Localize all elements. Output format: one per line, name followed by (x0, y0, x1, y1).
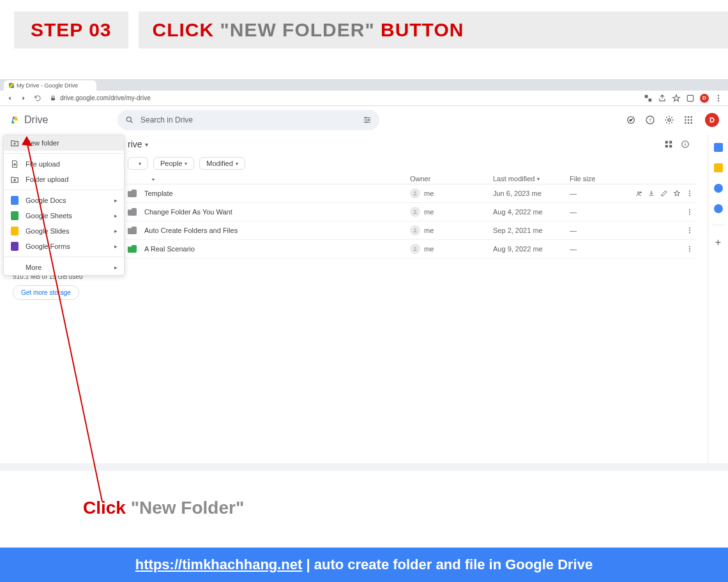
svg-rect-21 (665, 141, 668, 144)
svg-point-4 (126, 117, 131, 121)
user-avatar[interactable]: D (705, 113, 719, 127)
extensions-icon[interactable] (686, 94, 695, 103)
drive-logo-icon (9, 115, 20, 125)
footer-bar: https://timkhachhang.net | auto create f… (0, 548, 728, 582)
tasks-icon[interactable] (714, 184, 723, 193)
menu-sheets-label: Google Sheets (26, 212, 72, 220)
svg-point-13 (688, 116, 690, 118)
svg-point-1 (718, 94, 719, 96)
col-modified-label: Last modified (493, 175, 535, 183)
grid-view-icon[interactable] (664, 140, 673, 149)
download-icon[interactable] (648, 190, 655, 197)
get-more-storage-button[interactable]: Get more storage (13, 285, 79, 300)
new-context-menu: New folder File upload Folder upload Goo… (3, 135, 125, 276)
svg-point-33 (689, 214, 690, 215)
file-name: Template (144, 190, 410, 197)
menu-new-folder[interactable]: New folder (4, 135, 124, 151)
type-chip[interactable]: ▾ (128, 157, 148, 170)
chevron-right-icon: ▸ (114, 228, 118, 234)
chevron-right-icon: ▸ (114, 264, 118, 271)
menu-google-sheets[interactable]: Google Sheets ▸ (4, 208, 124, 223)
col-modified[interactable]: Last modified▾ (493, 175, 570, 183)
svg-point-30 (414, 210, 416, 212)
info-icon[interactable] (681, 140, 690, 149)
owner-avatar-icon (410, 244, 420, 254)
reload-icon[interactable] (33, 94, 42, 103)
more-icon[interactable] (686, 208, 694, 216)
more-icon[interactable] (686, 190, 694, 197)
menu-new-folder-label: New folder (26, 139, 59, 147)
modified-chip[interactable]: Modified▾ (199, 157, 245, 170)
add-icon[interactable]: + (715, 237, 721, 248)
menu-file-upload[interactable]: File upload (4, 156, 124, 172)
size-cell: — (570, 227, 627, 234)
url-box[interactable]: drive.google.com/drive/my-drive (50, 94, 151, 101)
apps-icon[interactable] (683, 115, 694, 125)
more-icon[interactable] (686, 245, 694, 253)
svg-point-15 (685, 119, 686, 121)
drive-logo[interactable]: Drive (9, 114, 111, 126)
drive-favicon (9, 83, 14, 88)
svg-point-36 (689, 230, 690, 231)
menu-more[interactable]: More ▸ (4, 260, 124, 275)
address-bar: drive.google.com/drive/my-drive D (0, 91, 728, 106)
browser-menu-icon[interactable] (714, 94, 723, 103)
owner-cell: me (410, 188, 493, 198)
share-icon[interactable] (635, 190, 642, 197)
menu-folder-upload[interactable]: Folder upload (4, 172, 124, 187)
svg-point-2 (718, 97, 719, 98)
share-icon[interactable] (658, 94, 667, 103)
file-name: Change Folder As You Want (144, 208, 410, 216)
search-icon (125, 116, 134, 124)
search-box[interactable]: Search in Drive (118, 110, 379, 130)
browser-tab[interactable]: My Drive - Google Drive (4, 80, 96, 91)
forward-icon[interactable] (19, 94, 28, 103)
file-name: Auto Create Folders and Files (144, 227, 410, 234)
col-size[interactable]: File size (570, 175, 627, 183)
svg-point-5 (365, 117, 367, 118)
people-chip[interactable]: People▾ (153, 157, 194, 170)
footer-link[interactable]: https://timkhachhang.net (135, 556, 303, 572)
svg-point-17 (690, 119, 692, 121)
tune-icon[interactable] (363, 116, 372, 124)
file-row[interactable]: Change Folder As You WantmeAug 4, 2022 m… (115, 203, 697, 221)
svg-point-38 (414, 247, 416, 249)
calendar-icon[interactable] (714, 143, 723, 152)
contacts-icon[interactable] (714, 204, 723, 213)
horizontal-scrollbar[interactable] (0, 463, 728, 471)
svg-point-35 (689, 228, 690, 229)
menu-google-slides[interactable]: Google Slides ▸ (4, 223, 124, 239)
col-owner[interactable]: Owner (410, 175, 493, 183)
rename-icon[interactable] (660, 190, 668, 197)
menu-slides-label: Google Slides (26, 227, 70, 235)
star-icon[interactable] (672, 94, 681, 103)
col-name[interactable]: Name (128, 175, 410, 183)
help-icon[interactable]: ? (645, 115, 655, 125)
browser-window: My Drive - Google Drive drive.google.com… (0, 79, 728, 471)
lock-icon (50, 95, 56, 101)
star-icon[interactable] (673, 190, 681, 197)
svg-point-11 (668, 119, 671, 121)
gear-icon[interactable] (664, 115, 674, 125)
address-bar-right: D (644, 94, 723, 103)
file-row[interactable]: A Real ScenariomeAug 9, 2022 me— (115, 240, 697, 258)
file-row[interactable]: TemplatemeJun 6, 2023 me— (115, 184, 697, 203)
extension-badge[interactable]: D (700, 94, 709, 103)
keep-icon[interactable] (714, 163, 723, 172)
drive-header-right: ? D (626, 113, 719, 127)
translate-icon[interactable] (644, 94, 653, 103)
back-icon[interactable] (5, 94, 14, 103)
more-icon[interactable] (686, 227, 694, 234)
breadcrumb[interactable]: rive ▾ (128, 139, 148, 149)
filter-chips: ▾ People▾ Modified▾ (115, 154, 697, 172)
owner-avatar-icon (410, 188, 420, 198)
svg-point-32 (689, 211, 690, 213)
menu-google-docs[interactable]: Google Docs ▸ (4, 193, 124, 208)
new-folder-icon (10, 138, 19, 147)
file-row[interactable]: Auto Create Folders and FilesmeSep 2, 20… (115, 221, 697, 240)
offline-icon[interactable] (626, 115, 636, 125)
menu-google-forms[interactable]: Google Forms ▸ (4, 239, 124, 254)
chevron-right-icon: ▸ (114, 213, 118, 219)
svg-point-20 (690, 122, 692, 124)
tab-title: My Drive - Google Drive (17, 82, 78, 89)
